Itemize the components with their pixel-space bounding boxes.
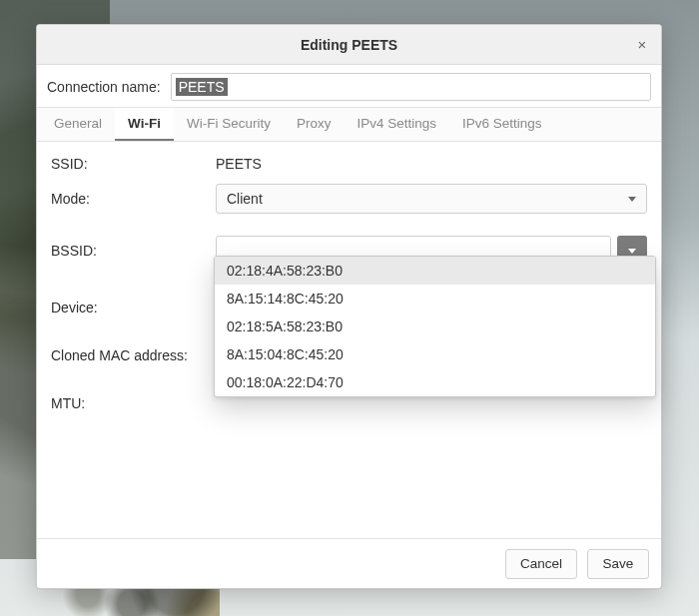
tab-ipv6-settings[interactable]: IPv6 Settings (449, 108, 555, 141)
tab-wifi[interactable]: Wi-Fi (115, 108, 174, 141)
mtu-label: MTU: (51, 395, 206, 411)
connection-name-input[interactable]: PEETS (171, 73, 651, 101)
mode-label: Mode: (51, 191, 206, 207)
ssid-label: SSID: (51, 156, 206, 172)
tab-wifi-security[interactable]: Wi-Fi Security (174, 108, 284, 141)
mode-value: Client (227, 191, 263, 207)
dialog-body: SSID: PEETS Mode: Client BSSID: Device: … (37, 142, 661, 538)
bssid-option[interactable]: 8A:15:14:8C:45:20 (215, 285, 655, 312)
window-title: Editing PEETS (301, 37, 397, 53)
dialog-footer: Cancel Save (37, 538, 661, 588)
bssid-option[interactable]: 02:18:4A:58:23:B0 (215, 257, 655, 285)
bssid-option[interactable]: 8A:15:04:8C:45:20 (215, 340, 655, 368)
tab-ipv4-settings[interactable]: IPv4 Settings (344, 108, 449, 141)
chevron-down-icon (628, 197, 636, 202)
connection-name-value: PEETS (176, 78, 228, 96)
save-button[interactable]: Save (587, 549, 649, 579)
mode-select[interactable]: Client (216, 184, 647, 214)
chevron-down-icon (628, 249, 636, 254)
connection-name-label: Connection name: (47, 79, 161, 95)
close-button[interactable]: × (629, 31, 655, 57)
bssid-option[interactable]: 00:18:0A:22:D4:70 (215, 368, 655, 396)
bssid-dropdown-list: 02:18:4A:58:23:B0 8A:15:14:8C:45:20 02:1… (214, 256, 656, 397)
bssid-label: BSSID: (51, 243, 206, 259)
tab-general[interactable]: General (41, 108, 115, 141)
cloned-mac-label: Cloned MAC address: (51, 347, 206, 363)
bssid-option[interactable]: 02:18:5A:58:23:B0 (215, 312, 655, 340)
title-bar: Editing PEETS × (37, 25, 661, 65)
tab-proxy[interactable]: Proxy (284, 108, 345, 141)
device-label: Device: (51, 300, 206, 315)
dialog-window: Editing PEETS × Connection name: PEETS G… (36, 24, 662, 589)
close-icon: × (638, 36, 647, 53)
cancel-button[interactable]: Cancel (505, 549, 577, 579)
tab-bar: General Wi-Fi Wi-Fi Security Proxy IPv4 … (37, 107, 661, 142)
connection-name-row: Connection name: PEETS (37, 65, 661, 107)
ssid-value: PEETS (216, 152, 647, 176)
